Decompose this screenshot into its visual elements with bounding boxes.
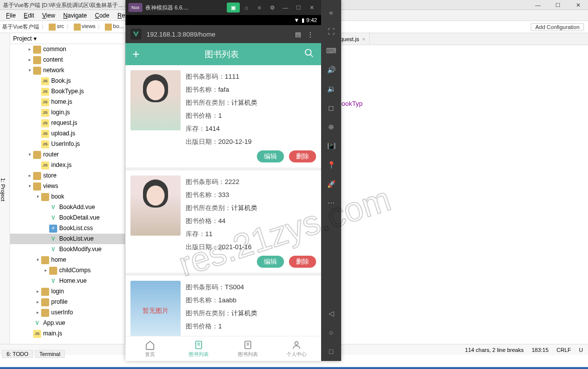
shake-icon[interactable]: 📳 [324, 139, 338, 153]
nav-home[interactable]: 首页 [125, 336, 175, 361]
collapse-icon[interactable]: « [324, 6, 338, 20]
tree-item-home-js[interactable]: home.js [10, 97, 125, 107]
tree-item-store[interactable]: ▸store [10, 170, 125, 181]
edit-button[interactable]: 编辑 [257, 150, 284, 162]
tree-item-index-js[interactable]: index.js [10, 160, 125, 170]
tree-item-BookModify-vue[interactable]: BookModify.vue [10, 244, 125, 255]
emu-settings-icon[interactable]: ⚙ [266, 3, 279, 13]
tree-item-request-js[interactable]: request.js [10, 118, 125, 128]
menu-navigate[interactable]: Navigate [59, 12, 91, 19]
emu-minimize-icon[interactable]: — [279, 3, 292, 13]
url-text[interactable]: 192.168.1.3:8089/home [146, 31, 215, 38]
screenshot-icon[interactable]: ◻ [324, 101, 338, 115]
tree-item-BookList-vue[interactable]: BookList.vue [10, 234, 125, 244]
emu-home-icon[interactable]: ⌂ [240, 3, 253, 13]
emu-close-icon[interactable]: ✕ [305, 3, 318, 13]
project-panel: Project ▾ ▸common▸content▾networkBook.js… [10, 33, 125, 344]
tree-item-BookAdd-vue[interactable]: BookAdd.vue [10, 202, 125, 213]
menu-code[interactable]: Code [91, 12, 113, 19]
status-enc[interactable]: U [579, 347, 583, 353]
nav-booklist2[interactable]: 图书列表 [223, 336, 272, 361]
delete-button[interactable]: 删除 [289, 150, 316, 162]
tree-item-upload-js[interactable]: upload.js [10, 128, 125, 139]
tree-item-main-js[interactable]: main.js [10, 328, 125, 339]
tree-item-network[interactable]: ▾network [10, 65, 125, 76]
tree-item-BookList-css[interactable]: BookList.css [10, 223, 125, 234]
tree-item-App-vue[interactable]: App.vue [10, 318, 125, 328]
project-label: Project [13, 35, 32, 42]
tree-item-common[interactable]: ▸common [10, 44, 125, 55]
close-button[interactable]: ✕ [568, 0, 588, 10]
more-icon[interactable]: ⋮ [304, 31, 316, 38]
tree-item-views[interactable]: ▾views [10, 181, 125, 192]
status-crlf[interactable]: CRLF [556, 347, 571, 353]
fullscreen-icon[interactable]: ⛶ [324, 25, 338, 39]
tree-item-login-js[interactable]: login.js [10, 107, 125, 118]
book-thumbnail [130, 175, 181, 236]
tree-item-home[interactable]: ▾home [10, 255, 125, 265]
tree-item-childComps[interactable]: ▸childComps [10, 265, 125, 276]
tabs-icon[interactable]: ▤ [292, 31, 304, 38]
emu-maximize-icon[interactable]: ☐ [292, 3, 305, 13]
emu-menu-icon[interactable]: ≡ [253, 3, 266, 13]
keyboard-icon[interactable]: ⌨ [324, 44, 338, 58]
tree-item-Home-vue[interactable]: Home.vue [10, 276, 125, 286]
nav-profile[interactable]: 个人中心 [272, 336, 322, 361]
tree-item-Book-js[interactable]: Book.js [10, 76, 125, 86]
bottom-nav: 首页 图书列表 图书列表 个人中心 [125, 336, 321, 361]
add-button[interactable]: + [132, 47, 139, 61]
crumb-root[interactable]: 基于Vue客户端 [0, 23, 41, 31]
menu-view[interactable]: View [38, 12, 59, 19]
tree-item-profile[interactable]: ▸profile [10, 297, 125, 307]
apk-install-icon[interactable]: ⊕ [324, 120, 338, 134]
project-tree[interactable]: ▸common▸content▾networkBook.jsBookType.j… [10, 44, 125, 339]
emulator-title: 夜神模拟器 6.6.... [145, 4, 189, 12]
tree-item-book[interactable]: ▾book [10, 192, 125, 202]
tree-item-login[interactable]: ▸login [10, 286, 125, 297]
status-chars: 114 chars, 2 line breaks [465, 347, 524, 353]
no-image-placeholder: 暂无图片 [130, 281, 181, 336]
book-thumbnail [130, 70, 181, 130]
book-list[interactable]: 图书条形码：1111图书名称：fafa图书所在类别：计算机类图书价格：1库存：1… [125, 65, 321, 336]
add-configuration-button[interactable]: Add Configuration [531, 23, 584, 31]
svg-line-1 [310, 54, 313, 57]
windows-taskbar[interactable] [0, 367, 588, 369]
android-home-icon[interactable]: ○ [324, 325, 338, 339]
search-icon[interactable] [304, 48, 314, 61]
tree-item-router[interactable]: ▾router [10, 149, 125, 160]
tree-item-BookType-js[interactable]: BookType.js [10, 86, 125, 97]
android-back-icon[interactable]: ◁ [324, 306, 338, 320]
book-card: 图书条形码：2222图书名称：333图书所在类别：计算机类图书价格：44库存：1… [125, 170, 321, 273]
delete-button[interactable]: 删除 [289, 256, 316, 268]
status-pos: 183:15 [532, 347, 549, 353]
crumb-src[interactable]: src [47, 23, 66, 30]
terminal-tab[interactable]: Terminal [35, 350, 65, 358]
emu-store-icon[interactable]: ▣ [227, 3, 240, 13]
tree-item-BookDetail-vue[interactable]: BookDetail.vue [10, 213, 125, 223]
battery-icon: ▮ [302, 17, 305, 24]
project-header: Project ▾ [10, 33, 125, 44]
book-info: 图书条形码：TS004图书名称：1aabb图书所在类别：计算机类图书价格：1 [181, 281, 316, 336]
nav-booklist[interactable]: 图书列表 [175, 336, 224, 361]
bottom-tool-tabs: 6: TODO Terminal [2, 350, 65, 358]
menu-edit[interactable]: Edit [20, 12, 38, 19]
volume-up-icon[interactable]: 🔊 [324, 63, 338, 77]
location-icon[interactable]: 📍 [324, 158, 338, 172]
android-recent-icon[interactable]: □ [324, 344, 338, 358]
minimize-button[interactable]: — [528, 0, 548, 10]
tree-item-UserInfo-js[interactable]: UserInfo.js [10, 139, 125, 149]
crumb-last[interactable]: bo... [103, 23, 125, 30]
todo-tab[interactable]: 6: TODO [2, 350, 33, 358]
tree-item-content[interactable]: ▸content [10, 55, 125, 65]
crumb-views[interactable]: views [72, 23, 98, 30]
app-title: 图书列表 [205, 49, 239, 60]
project-tool-button[interactable]: 1: Project [0, 33, 10, 344]
volume-down-icon[interactable]: 🔉 [324, 82, 338, 96]
menu-file[interactable]: File [2, 12, 20, 19]
maximize-button[interactable]: ☐ [548, 0, 568, 10]
more-tools-icon[interactable]: ⋯ [324, 196, 338, 210]
app-header: + 图书列表 [125, 43, 321, 65]
tree-item-userInfo[interactable]: ▸userInfo [10, 307, 125, 318]
edit-button[interactable]: 编辑 [257, 256, 284, 268]
rocket-icon[interactable]: 🚀 [324, 177, 338, 191]
